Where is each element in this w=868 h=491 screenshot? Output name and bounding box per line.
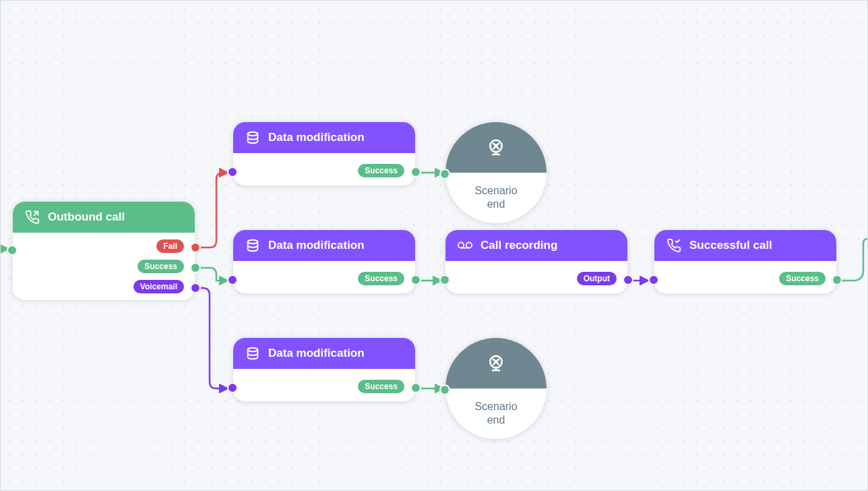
port-in[interactable]	[227, 382, 238, 393]
svg-point-1	[248, 240, 258, 244]
pill-success[interactable]: Success	[779, 272, 826, 285]
port-in[interactable]	[439, 169, 450, 179]
port-success[interactable]	[832, 275, 842, 285]
port-output[interactable]	[623, 275, 633, 285]
svg-point-0	[248, 132, 258, 136]
end-label: Scenario end	[445, 184, 547, 211]
pill-success[interactable]: Success	[358, 272, 404, 285]
voicemail-icon	[458, 238, 472, 253]
port-voicemail[interactable]	[190, 283, 201, 293]
node-outbound-call[interactable]: Outbound call Fail Success Voicemail	[13, 202, 195, 300]
pill-success[interactable]: Success	[137, 260, 184, 273]
port-in[interactable]	[7, 245, 18, 256]
node-data-mod-bot[interactable]: Data modification Success	[233, 338, 415, 401]
port-success[interactable]	[410, 382, 421, 393]
node-call-recording[interactable]: Call recording Output	[445, 230, 627, 293]
port-success[interactable]	[410, 275, 421, 285]
end-icon	[486, 138, 506, 158]
pill-fail[interactable]: Fail	[156, 239, 184, 253]
node-data-mod-top[interactable]: Data modification Success	[233, 122, 415, 185]
pill-success[interactable]: Success	[358, 164, 404, 177]
node-title: Data modification	[268, 347, 365, 360]
port-success[interactable]	[190, 262, 201, 273]
pill-success[interactable]: Success	[358, 380, 404, 393]
pill-output[interactable]: Output	[577, 272, 617, 285]
data-icon	[245, 238, 260, 253]
node-title: Outbound call	[48, 210, 125, 224]
data-icon	[245, 130, 260, 145]
node-title: Call recording	[480, 239, 557, 252]
port-in[interactable]	[227, 275, 238, 285]
port-fail[interactable]	[190, 242, 201, 253]
port-success[interactable]	[410, 167, 421, 177]
node-scenario-end-top[interactable]: Scenario end	[445, 122, 547, 223]
port-in[interactable]	[439, 275, 450, 285]
phone-out-icon	[25, 210, 40, 225]
phone-check-icon	[666, 238, 681, 253]
node-title: Successful call	[689, 239, 772, 252]
svg-point-4	[466, 242, 472, 248]
node-title: Data modification	[268, 239, 365, 252]
node-title: Data modification	[268, 131, 365, 144]
svg-point-2	[248, 348, 258, 352]
pill-voicemail[interactable]: Voicemail	[133, 280, 184, 293]
end-icon	[486, 353, 506, 374]
end-label: Scenario end	[445, 400, 547, 427]
node-scenario-end-bot[interactable]: Scenario end	[445, 338, 547, 439]
node-data-mod-mid[interactable]: Data modification Success	[233, 230, 415, 293]
port-in[interactable]	[439, 384, 450, 395]
port-in[interactable]	[648, 275, 659, 285]
node-successful-call[interactable]: Successful call Success	[654, 230, 836, 293]
port-in[interactable]	[227, 167, 238, 177]
data-icon	[245, 346, 260, 361]
svg-point-3	[458, 242, 464, 248]
